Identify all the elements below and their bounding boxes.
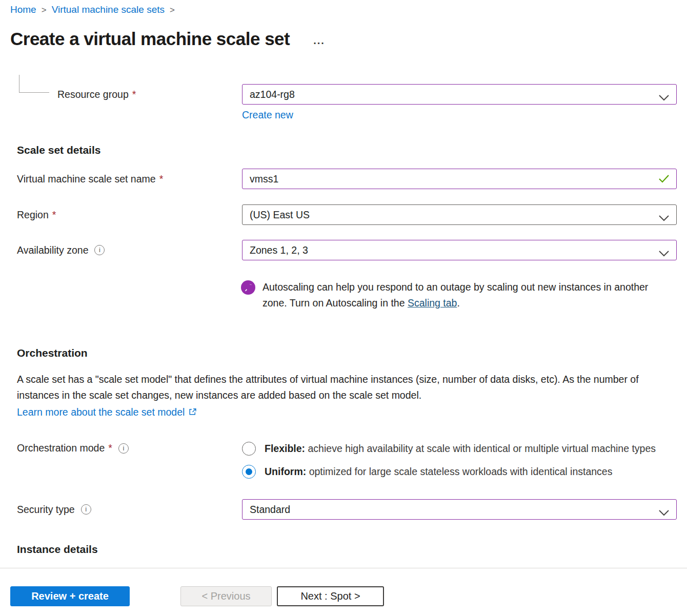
security-type-select[interactable]: Standard xyxy=(242,499,677,520)
radio-option-uniform[interactable]: Uniform: optimized for large scale state… xyxy=(242,464,677,480)
review-create-button[interactable]: Review + create xyxy=(10,586,130,606)
chevron-down-icon xyxy=(658,92,670,104)
uniform-option-name: Uniform: xyxy=(265,466,306,477)
section-heading-instance-details: Instance details xyxy=(17,543,687,556)
chevron-down-icon xyxy=(658,212,670,224)
next-spot-button[interactable]: Next : Spot > xyxy=(277,586,384,606)
orchestration-mode-label: Orchestration mode * i xyxy=(17,442,242,454)
breadcrumb-separator: > xyxy=(42,5,47,15)
create-new-row: Create new xyxy=(242,109,687,121)
required-asterisk: * xyxy=(52,209,56,221)
security-type-value: Standard xyxy=(250,504,290,516)
learn-more-link-text: Learn more about the scale set model xyxy=(17,405,185,420)
vmss-name-label-text: Virtual machine scale set name xyxy=(17,173,156,185)
rocket-icon xyxy=(241,280,255,295)
flexible-option-name: Flexible: xyxy=(265,443,305,454)
create-new-link[interactable]: Create new xyxy=(242,109,293,120)
breadcrumb-separator: > xyxy=(170,5,175,15)
info-icon[interactable]: i xyxy=(94,245,105,255)
learn-more-link[interactable]: Learn more about the scale set model xyxy=(17,404,197,420)
resource-group-label: Resource group * xyxy=(17,89,242,100)
wizard-footer: Review + create < Previous Next : Spot > xyxy=(0,568,687,616)
radio-circle-flexible xyxy=(242,442,256,456)
autoscaling-note: Autoscaling can help you respond to an o… xyxy=(241,279,687,311)
vmss-name-label: Virtual machine scale set name * xyxy=(17,173,242,185)
required-asterisk: * xyxy=(108,442,112,454)
required-asterisk: * xyxy=(159,173,164,185)
valid-check-icon xyxy=(658,174,670,187)
basics-form: Resource group * az104-rg8 Create new Sc… xyxy=(0,84,687,556)
autoscaling-note-after: . xyxy=(457,297,459,309)
region-value: (US) East US xyxy=(250,209,310,221)
breadcrumb: Home>Virtual machine scale sets> xyxy=(10,4,180,15)
page-title: Create a virtual machine scale set xyxy=(10,29,290,49)
section-heading-orchestration: Orchestration xyxy=(17,347,687,359)
availability-zone-label: Availability zone i xyxy=(17,244,242,256)
resource-group-select[interactable]: az104-rg8 xyxy=(242,84,677,105)
section-heading-scale-set-details: Scale set details xyxy=(17,144,687,156)
scaling-tab-link[interactable]: Scaling tab xyxy=(408,297,457,309)
create-vmss-page: Home>Virtual machine scale sets> Create … xyxy=(0,0,687,616)
chevron-down-icon xyxy=(658,507,670,519)
security-type-label-text: Security type xyxy=(17,504,75,516)
autoscaling-note-text: Autoscaling can help you respond to an o… xyxy=(262,279,653,311)
external-link-icon xyxy=(188,405,197,420)
region-label: Region * xyxy=(17,209,242,221)
required-asterisk: * xyxy=(132,89,136,100)
footer-buttons: Review + create < Previous Next : Spot > xyxy=(0,568,687,606)
resource-group-label-text: Resource group xyxy=(57,89,129,100)
uniform-option-text: Uniform: optimized for large scale state… xyxy=(265,464,670,480)
title-row: Create a virtual machine scale set ... xyxy=(10,29,325,49)
resource-group-value: az104-rg8 xyxy=(250,89,295,100)
orchestration-mode-options: Flexible: achieve high availability at s… xyxy=(242,441,677,480)
resource-group-row: Resource group * az104-rg8 xyxy=(0,84,687,105)
flexible-option-desc: achieve high availability at scale with … xyxy=(305,443,656,454)
flexible-option-text: Flexible: achieve high availability at s… xyxy=(265,441,670,457)
chevron-down-icon xyxy=(658,248,670,259)
region-select[interactable]: (US) East US xyxy=(242,204,677,225)
security-type-row: Security type i Standard xyxy=(0,499,687,520)
uniform-option-desc: optimized for large scale stateless work… xyxy=(306,466,612,477)
security-type-label: Security type i xyxy=(17,504,242,516)
orchestration-mode-label-text: Orchestration mode xyxy=(17,442,105,454)
previous-button[interactable]: < Previous xyxy=(180,586,272,606)
availability-zone-value: Zones 1, 2, 3 xyxy=(250,244,308,256)
vmss-name-input[interactable]: vmss1 xyxy=(242,169,677,189)
availability-zone-label-text: Availability zone xyxy=(17,244,88,256)
info-icon[interactable]: i xyxy=(81,504,91,515)
more-options-ellipsis-button[interactable]: ... xyxy=(313,35,325,43)
radio-option-flexible[interactable]: Flexible: achieve high availability at s… xyxy=(242,441,677,457)
orchestration-mode-row: Orchestration mode * i Flexible: achieve… xyxy=(0,441,687,480)
vmss-name-row: Virtual machine scale set name * vmss1 xyxy=(0,169,687,189)
info-icon[interactable]: i xyxy=(118,443,129,454)
breadcrumb-home-link[interactable]: Home xyxy=(10,4,36,15)
orchestration-description: A scale set has a "scale set model" that… xyxy=(17,372,679,403)
region-label-text: Region xyxy=(17,209,49,221)
availability-zone-row: Availability zone i Zones 1, 2, 3 xyxy=(0,240,687,260)
vmss-name-value: vmss1 xyxy=(250,173,278,185)
learn-more-row: Learn more about the scale set model xyxy=(17,404,687,420)
availability-zone-select[interactable]: Zones 1, 2, 3 xyxy=(242,240,677,260)
radio-circle-uniform xyxy=(242,465,256,479)
breadcrumb-vmss-link[interactable]: Virtual machine scale sets xyxy=(52,4,165,15)
region-row: Region * (US) East US xyxy=(0,204,687,225)
